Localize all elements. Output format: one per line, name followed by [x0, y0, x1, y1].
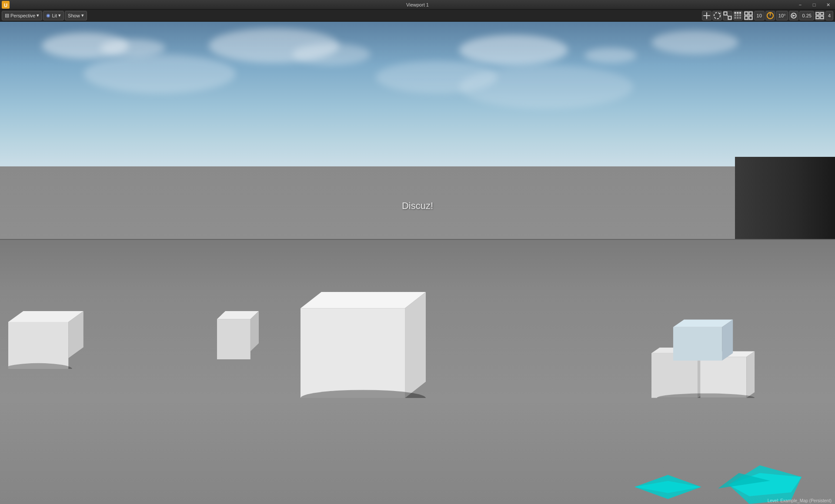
viewport-options-button[interactable]	[815, 11, 825, 20]
svg-rect-22	[749, 16, 752, 19]
svg-marker-39	[301, 292, 426, 308]
svg-rect-18	[739, 17, 741, 18]
cyan-object-right	[718, 465, 802, 504]
window-title: Viewport 1	[406, 2, 429, 7]
svg-rect-27	[816, 12, 819, 15]
viewport-toolbar: ▤ Perspective ▾ ◉ Lit ▾ Show ▾ 10 10	[0, 10, 835, 22]
svg-marker-53	[635, 481, 701, 493]
svg-rect-15	[739, 14, 741, 16]
svg-rect-38	[301, 308, 405, 398]
lit-icon: ◉	[46, 13, 50, 18]
lit-label: Lit	[52, 13, 57, 18]
svg-marker-47	[746, 351, 755, 398]
rotation-snap-button[interactable]	[765, 11, 775, 20]
svg-rect-20	[749, 12, 752, 15]
perspective-arrow: ▾	[37, 13, 39, 18]
svg-rect-45	[700, 357, 746, 398]
right-cube-stack	[651, 316, 760, 398]
svg-rect-30	[820, 16, 823, 19]
translate-tool-button[interactable]	[702, 11, 711, 20]
svg-rect-16	[734, 17, 736, 18]
svg-rect-7	[724, 12, 727, 15]
perspective-dropdown[interactable]: ▤ Perspective ▾	[2, 11, 42, 20]
perspective-label: Perspective	[10, 13, 35, 18]
restore-button[interactable]: □	[807, 0, 821, 10]
svg-rect-14	[737, 14, 738, 16]
svg-rect-10	[734, 12, 736, 13]
svg-rect-48	[673, 327, 722, 361]
svg-rect-35	[217, 319, 250, 360]
lit-arrow: ▾	[58, 13, 61, 18]
lit-dropdown[interactable]: ◉ Lit ▾	[43, 11, 64, 20]
svg-line-9	[727, 15, 728, 16]
camera-speed-value[interactable]: 0.25	[799, 11, 814, 20]
viewport-canvas[interactable]: Discuz! Level: Example_Map (Persistent)	[0, 22, 835, 504]
svg-text:U: U	[4, 2, 7, 7]
window-controls: − □ ✕	[793, 0, 835, 9]
small-center-left-box	[217, 311, 259, 359]
svg-rect-29	[816, 16, 819, 19]
left-box	[8, 311, 84, 369]
perspective-icon: ▤	[5, 13, 9, 18]
show-label: Show	[68, 13, 80, 18]
svg-rect-17	[737, 17, 738, 18]
toolbar-right: 10 10° 0.25 4	[702, 11, 833, 20]
scale-tool-button[interactable]	[723, 11, 732, 20]
cyan-object-left	[635, 475, 701, 499]
grid-size-value[interactable]: 10	[754, 11, 765, 20]
svg-rect-13	[734, 14, 736, 16]
svg-rect-31	[8, 322, 68, 369]
viewport-count-value[interactable]: 4	[825, 11, 833, 20]
svg-rect-28	[820, 12, 823, 15]
rotate-tool-button[interactable]	[712, 11, 722, 20]
surface-snap-button[interactable]	[744, 11, 753, 20]
svg-marker-40	[405, 292, 426, 398]
title-bar: U Viewport 1 − □ ✕	[0, 0, 835, 10]
camera-speed-button[interactable]	[789, 11, 798, 20]
svg-marker-26	[793, 14, 796, 17]
app-icon: U	[2, 1, 10, 9]
rotation-snap-value[interactable]: 10°	[776, 11, 788, 20]
svg-rect-21	[745, 16, 748, 19]
grid-snap-button[interactable]	[733, 11, 743, 20]
main-center-cube	[301, 292, 426, 398]
minimize-button[interactable]: −	[793, 0, 807, 10]
close-button[interactable]: ✕	[821, 0, 835, 10]
show-dropdown[interactable]: Show ▾	[65, 11, 87, 20]
svg-rect-11	[737, 12, 738, 13]
svg-rect-19	[745, 12, 748, 15]
svg-rect-12	[739, 12, 741, 13]
svg-rect-8	[728, 16, 731, 19]
floor-wall-line	[0, 239, 835, 240]
show-arrow: ▾	[81, 13, 84, 18]
